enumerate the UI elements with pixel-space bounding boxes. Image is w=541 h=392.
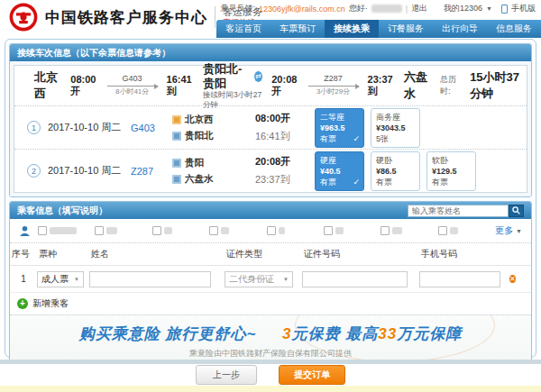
leg1-duration: 8小时41分 <box>115 88 149 96</box>
train1-from: 北京西 <box>185 114 214 126</box>
utility-bar: 意见反馈: 12306yjfk@rails.com.cn 您好· | 退出 我的… <box>220 3 536 14</box>
passenger-form-row: 1 成人票▼ 二代身份证▼ ✕ <box>10 266 531 293</box>
mobile-version-link[interactable]: 手机版 <box>511 3 536 14</box>
leg1-train-no: G403 <box>123 75 142 84</box>
id-number-field[interactable] <box>302 271 408 287</box>
nav-tab-booking[interactable]: 车票预订 <box>270 20 325 38</box>
arrive-time-1: 16:41到 <box>167 74 194 98</box>
arrival-station-icon <box>172 132 181 141</box>
promo-provider-note: 乘意险由中国铁路财产保险自保有限公司提供 <box>10 348 531 360</box>
passenger-name-redacted <box>164 227 172 234</box>
passenger-name-redacted <box>221 227 229 234</box>
passenger-checkbox[interactable] <box>324 226 333 235</box>
transfer-stations: 贵阳北-贵阳 <box>203 62 251 90</box>
train2-to: 六盘水 <box>185 173 214 186</box>
train2-seq-badge: 2 <box>27 164 41 178</box>
passenger-checkbox[interactable] <box>209 226 218 235</box>
leg2-duration: 3小时29分 <box>316 88 350 96</box>
col-id-number: 证件号码 <box>302 243 419 265</box>
logout-link[interactable]: 退出 <box>411 3 427 14</box>
passenger-name-redacted <box>50 227 77 234</box>
title-divider <box>215 6 215 28</box>
passenger-search-input[interactable] <box>408 205 509 217</box>
china-railway-logo <box>9 3 38 32</box>
nav-tab-meal[interactable]: 订餐服务 <box>379 20 433 38</box>
nav-tab-transfer[interactable]: 接续换乘 <box>325 20 379 38</box>
train1-to: 贵阳北 <box>185 130 214 142</box>
person-icon <box>19 225 31 237</box>
passenger-table: 序号 票种 姓名 证件类型 证件号码 手机号码 1 成人票▼ 二代身份证▼ ✕ <box>10 242 531 315</box>
seat-option-hard-seat[interactable]: 硬座 ¥40.5 有票 ✓ <box>315 151 364 191</box>
transfer-panel: 接续车次信息（以下余票信息请参考） 北京西 08:00开 G403 8小时41分… <box>9 43 532 197</box>
id-type-select[interactable]: 二代身份证▼ <box>225 271 293 287</box>
seat-option-business-class[interactable]: 商务座 ¥3043.5 5张 <box>371 108 420 148</box>
separator: | <box>406 5 408 14</box>
train1-date: 2017-10-10 周二 <box>48 121 131 134</box>
col-seq: 序号 <box>10 243 37 265</box>
passenger-checkbox[interactable] <box>152 226 161 235</box>
phone-field[interactable] <box>419 271 500 287</box>
passenger-checkbox[interactable] <box>267 226 276 235</box>
train1-arrive-time: 16:41到 <box>255 130 311 143</box>
transfer-panel-header: 接续车次信息（以下余票信息请参考） <box>10 44 531 61</box>
total-duration-value: 15小时37分钟 <box>470 69 527 102</box>
seat-option-second-class[interactable]: 二等座 ¥963.5 有票 ✓ <box>315 108 364 148</box>
search-button[interactable] <box>509 205 524 217</box>
train-row-2: 2 2017-10-10 周二 Z287 贵阳 六盘水 20:08开 23:37… <box>14 149 527 192</box>
train1-number-link[interactable]: G403 <box>131 123 172 133</box>
saved-passengers-row: 更多 ▼ <box>10 219 531 242</box>
checkmark-icon: ✓ <box>353 177 360 187</box>
seat-option-hard-sleeper[interactable]: 硬卧 ¥86.5 有票 <box>371 151 420 191</box>
leg2-train-no: Z287 <box>324 75 343 84</box>
passenger-name-redacted <box>335 227 344 234</box>
my12306-menu[interactable]: 我的12306 <box>444 3 482 14</box>
passenger-name-redacted <box>450 227 458 234</box>
name-field[interactable] <box>89 271 211 287</box>
passenger-checkbox[interactable] <box>95 226 104 235</box>
feedback-label: 意见反馈: <box>220 3 255 14</box>
more-passengers-link[interactable]: 更多 ▼ <box>495 224 522 237</box>
ticket-type-select[interactable]: 成人票▼ <box>37 271 84 287</box>
submit-order-button[interactable]: 提交订单 <box>279 365 345 385</box>
total-duration-label: 总历时: <box>440 74 461 97</box>
passenger-checkbox[interactable] <box>38 226 47 235</box>
add-passenger-label: 新增乘客 <box>32 297 69 310</box>
passenger-checkbox[interactable] <box>438 226 447 235</box>
train-row-1: 1 2017-10-10 周二 G403 北京西 贵阳北 08:00开 16:4… <box>14 105 527 149</box>
chevron-down-icon: ▼ <box>486 5 492 12</box>
nav-tab-guide[interactable]: 出行向导 <box>433 20 487 38</box>
promo-headline: 购买乘意险 旅行更舒心~ 3元保费 最高33万元保障 <box>10 324 531 344</box>
nav-tab-info[interactable]: 信息服务 <box>487 20 541 38</box>
transfer-note: 接续时间3小时27分钟 <box>203 90 262 108</box>
passenger-table-header: 序号 票种 姓名 证件类型 证件号码 手机号码 <box>10 243 531 266</box>
page-header: 中国铁路客户服务中心 客运服务 客服热线:12306 意见反馈: 12306yj… <box>0 0 541 38</box>
greeting-text: 您好· <box>349 3 368 14</box>
depart-time-1: 08:00开 <box>70 74 97 98</box>
checkmark-icon: ✓ <box>353 133 360 144</box>
seat-option-soft-sleeper[interactable]: 软卧 ¥129.5 有票 <box>426 151 476 191</box>
train2-from: 贵阳 <box>185 157 204 169</box>
destination-station: 六盘水 <box>404 69 431 102</box>
add-passenger-button[interactable]: + 新增乘客 <box>10 293 531 315</box>
origin-station: 北京西 <box>34 69 61 102</box>
transfer-swap-icon: ⇄ <box>254 71 262 82</box>
feedback-email-link[interactable]: 12306yjfk@rails.com.cn <box>259 5 345 14</box>
delete-passenger-icon[interactable]: ✕ <box>509 275 516 283</box>
chevron-down-icon: ▼ <box>516 228 522 234</box>
passenger-checkbox[interactable] <box>381 226 390 235</box>
back-button[interactable]: 上一步 <box>196 365 257 385</box>
passenger-name-redacted <box>106 227 117 234</box>
train2-date: 2017-10-10 周二 <box>48 164 131 178</box>
passenger-name-redacted <box>279 227 285 234</box>
train2-number-link[interactable]: Z287 <box>131 166 172 177</box>
nav-tab-home[interactable]: 客运首页 <box>216 20 270 38</box>
main-nav: 客运首页 车票预订 接续换乘 订餐服务 出行向导 信息服务 <box>216 20 541 38</box>
train1-seq-badge: 1 <box>27 121 41 134</box>
col-id-type: 证件类型 <box>225 243 302 265</box>
passenger-name-redacted <box>392 227 402 234</box>
row-seq: 1 <box>10 274 37 284</box>
mobile-phone-icon <box>501 5 508 14</box>
arrival-station-icon <box>172 175 181 184</box>
username-redacted <box>371 5 402 13</box>
leg2-arrow: Z287 3小时29分 <box>308 75 359 96</box>
